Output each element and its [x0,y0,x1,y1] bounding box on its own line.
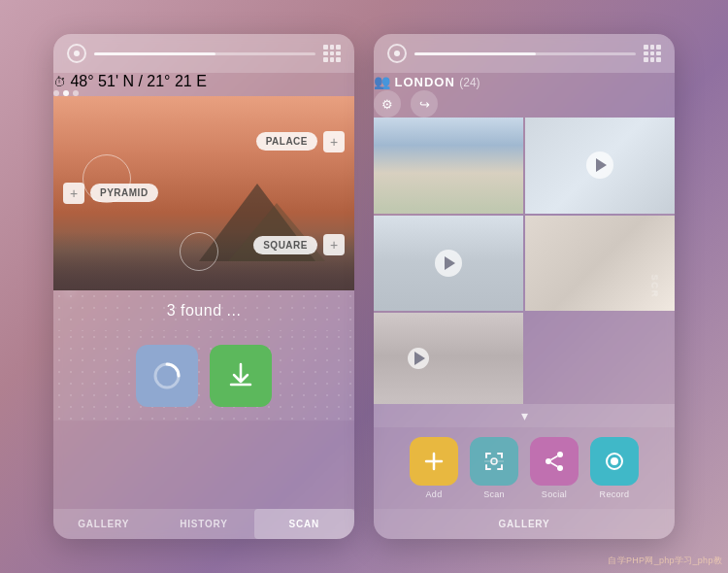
tag-row-palace: PALACE + [63,131,345,152]
pyramid-plus[interactable]: + [63,183,84,204]
right-target-dot [394,51,400,56]
photo-grid [374,118,675,404]
share-svg [543,450,566,473]
plus-svg [422,450,446,473]
palace-plus[interactable]: + [323,131,345,152]
record-icon [590,437,639,486]
right-edge-label: SCR [649,274,659,298]
loading-button[interactable] [136,345,198,407]
coord-bar: ⏱ 48° 51' N / 21° 21 E [53,73,354,96]
map-image: PALACE + + PYRAMID SQUARE + [53,96,354,290]
left-grid-icon[interactable] [323,45,341,62]
found-text: 3 found ... [167,302,242,319]
right-slider[interactable] [414,52,636,55]
main-wrapper: EW ⏱ 48° 51' N / 21° 21 E [53,34,675,539]
record-button[interactable]: Record [587,437,642,499]
left-phone: ⏱ 48° 51' N / 21° 21 E PALACE + + P [53,34,354,539]
right-bottom-tab[interactable]: GALLERY [374,509,675,539]
download-button[interactable] [210,345,272,407]
download-icon [226,361,255,390]
play-abstract[interactable] [408,348,429,369]
svg-line-6 [551,456,558,460]
scan-svg [482,450,506,473]
photo-building[interactable] [374,216,523,312]
tab-history[interactable]: HISTORY [153,509,253,539]
city-count: (24) [459,76,480,89]
scan-label: Scan [483,489,505,499]
action-buttons [53,331,354,421]
watermark: 自学PHP网_php学习_php教 [608,555,722,567]
record-label: Record [600,489,630,499]
spinner-icon [151,360,182,391]
city-bar: 👥 LONDON (24) ⚙ ↪ [374,73,675,118]
svg-point-4 [557,465,563,471]
social-label: Social [542,489,567,499]
svg-point-8 [611,457,618,465]
svg-point-2 [557,452,563,457]
photo-coast[interactable] [374,118,523,214]
more-row[interactable]: ▾ [374,404,675,427]
photo-arch[interactable] [525,118,675,214]
tab-gallery[interactable]: GALLERY [53,509,153,539]
tag-row-square: SQUARE + [63,234,345,255]
settings-button[interactable]: ⚙ [374,90,401,118]
left-top-bar [53,34,354,73]
city-people-icon: 👥 [374,74,390,89]
right-target-icon [387,44,407,63]
photo-abstract[interactable] [374,313,523,404]
tag-row-pyramid: + PYRAMID [63,183,345,204]
coordinates: 48° 51' N / 21° 21 E [70,73,206,89]
left-target-icon [67,44,86,63]
svg-line-5 [551,463,558,467]
right-top-bar [374,34,675,73]
social-icon [530,437,579,486]
add-label: Add [426,489,443,499]
city-bar-actions: ⚙ ↪ [374,90,675,118]
play-arch[interactable] [586,152,613,179]
pyramid-tag: PYRAMID [90,184,158,202]
square-plus[interactable]: + [323,234,345,255]
found-bar: 3 found ... [53,290,354,331]
scan-icon [470,437,518,486]
right-phone: 👥 LONDON (24) ⚙ ↪ [374,34,675,539]
tags-area: PALACE + + PYRAMID SQUARE + [53,96,354,290]
scan-button[interactable]: Scan [467,437,521,499]
city-name: LONDON [394,75,454,89]
add-button[interactable]: Add [407,437,461,499]
palace-tag: PALACE [256,132,317,151]
square-tag: SQUARE [253,236,317,254]
svg-point-3 [546,458,551,464]
left-slider[interactable] [94,52,315,55]
play-building[interactable] [435,250,462,277]
tab-scan[interactable]: SCAN [254,509,354,539]
add-icon [410,437,458,486]
right-action-buttons: Add Scan [374,427,675,509]
share-button[interactable]: ↪ [411,90,438,118]
right-grid-icon[interactable] [644,45,661,62]
record-svg [603,450,626,473]
left-bottom-tabs: GALLERY HISTORY SCAN [53,509,354,539]
target-dot [74,51,80,56]
social-button[interactable]: Social [527,437,581,499]
chevron-down-icon[interactable]: ▾ [521,408,528,423]
